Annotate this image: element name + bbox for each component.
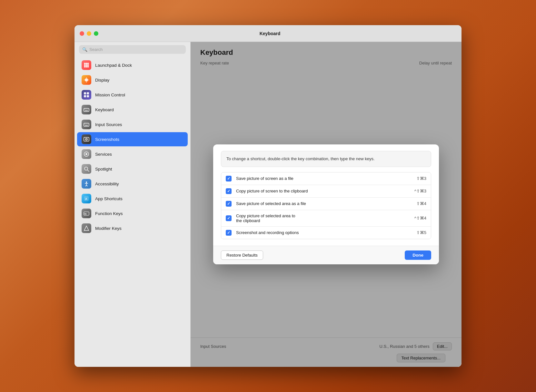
svg-line-36 [87,170,89,172]
svg-point-4 [86,64,87,66]
sidebar-item-mission[interactable]: Mission Control [77,88,188,102]
svg-rect-18 [84,108,89,112]
search-placeholder: Search [89,47,103,52]
checkbox-3[interactable]: ✓ [226,201,232,207]
minimize-button[interactable] [87,31,91,36]
svg-rect-16 [84,95,86,97]
app-shortcuts-icon: A [82,194,91,203]
svg-point-8 [87,66,89,68]
svg-point-2 [87,63,89,64]
keyboard-icon [82,105,91,114]
checkbox-2[interactable]: ✓ [226,188,232,194]
main-content: Keyboard Key repeat rate Delay until rep… [191,42,462,367]
window-title: Keyboard [98,31,442,36]
shortcut-label-2: Copy picture of screen to the clipboard [236,189,414,193]
sidebar-item-label: Display [95,78,109,83]
shortcut-keys-4: ^⇧⌘4 [414,216,426,220]
shortcut-keys-3: ⇧⌘4 [416,201,426,206]
accessibility-icon [82,179,91,189]
launchpad-icon [82,60,91,70]
sidebar-item-appshortcuts[interactable]: A App Shortcuts [77,191,188,206]
shortcut-label-5: Screenshot and recording options [236,230,416,235]
svg-point-9 [85,78,88,82]
checkmark-1: ✓ [227,176,230,181]
svg-point-33 [85,153,87,155]
shortcut-keys-1: ⇧⌘3 [416,176,426,181]
display-icon [82,75,91,85]
mission-control-icon [82,90,91,100]
spotlight-icon [82,164,91,174]
svg-text:fn: fn [84,213,87,215]
sidebar-item-label: App Shortcuts [95,196,123,201]
shortcut-label-1: Save picture of screen as a file [236,176,416,181]
svg-point-7 [86,66,87,68]
sidebar-item-label: Keyboard [95,107,114,112]
checkmark-2: ✓ [227,189,230,193]
checkmark-3: ✓ [227,201,230,206]
checkmark-4: ✓ [227,216,230,220]
sidebar-item-label: Input Sources [95,122,122,127]
shortcut-item-5[interactable]: ✓ Screenshot and recording options ⇧⌘5 [221,227,431,239]
svg-rect-17 [87,95,89,97]
svg-rect-15 [87,92,89,94]
sidebar-item-label: Spotlight [95,167,112,172]
shortcut-label-3: Save picture of selected area as a file [236,201,416,206]
sidebar-item-accessibility[interactable]: Accessibility [77,177,188,191]
title-bar: Keyboard [74,25,462,42]
shortcut-list: ✓ Save picture of screen as a file ⇧⌘3 ✓… [221,172,431,239]
checkbox-5[interactable]: ✓ [226,230,232,236]
shortcut-item-1[interactable]: ✓ Save picture of screen as a file ⇧⌘3 [221,172,431,185]
window-body: 🔍 Search La [74,42,462,367]
sidebar-item-fnkeys[interactable]: fn Function Keys [77,206,188,220]
restore-defaults-button[interactable]: Restore Defaults [221,250,263,260]
sidebar-item-launchpad[interactable]: Launchpad & Dock [77,58,188,72]
svg-marker-46 [84,226,89,230]
sidebar-item-label: Mission Control [95,93,125,97]
checkbox-1[interactable]: ✓ [226,176,232,181]
sidebar-item-modifierkeys[interactable]: Modifier Keys [77,221,188,235]
sidebar-item-services[interactable]: Services [77,147,188,161]
checkmark-5: ✓ [227,230,230,235]
shortcut-item-2[interactable]: ✓ Copy picture of screen to the clipboar… [221,185,431,198]
search-bar[interactable]: 🔍 Search [79,45,186,54]
sidebar-item-screenshots[interactable]: Screenshots [77,132,188,146]
svg-rect-14 [84,92,86,94]
shortcut-keys-5: ⇧⌘5 [416,230,426,235]
svg-point-32 [86,139,87,140]
screenshots-icon [82,134,91,144]
svg-line-41 [86,185,87,186]
svg-point-37 [86,181,87,183]
shortcut-item-4[interactable]: ✓ Copy picture of selected area tothe cl… [221,210,431,227]
sidebar-item-keyboard[interactable]: Keyboard [77,103,188,117]
main-window: Keyboard 🔍 Search [74,25,462,367]
modal-footer: Restore Defaults Done [213,246,439,264]
close-button[interactable] [80,31,84,36]
modifier-keys-icon [82,223,91,233]
search-icon: 🔍 [82,47,87,52]
shortcuts-modal: To change a shortcut, double-click the k… [213,144,439,264]
svg-point-5 [87,64,89,66]
svg-point-3 [84,64,86,66]
sidebar-item-input[interactable]: Input Sources [77,117,188,132]
sidebar-item-label: Services [95,152,112,157]
shortcut-keys-2: ^⇧⌘3 [414,189,426,193]
sidebar-item-label: Function Keys [95,211,123,216]
services-icon [82,149,91,159]
window-controls [80,31,98,36]
maximize-button[interactable] [94,31,98,36]
checkbox-4[interactable]: ✓ [226,215,232,221]
sidebar-item-label: Screenshots [95,137,119,142]
modal-overlay: To change a shortcut, double-click the k… [191,42,462,367]
sidebar-item-label: Launchpad & Dock [95,63,132,68]
sidebar: 🔍 Search La [74,42,191,367]
done-button[interactable]: Done [405,250,431,260]
sidebar-item-spotlight[interactable]: Spotlight [77,162,188,176]
svg-point-1 [86,63,87,64]
sidebar-item-display[interactable]: Display [77,73,188,87]
sidebar-item-label: Modifier Keys [95,226,122,231]
shortcut-item-3[interactable]: ✓ Save picture of selected area as a fil… [221,198,431,210]
modal-body: To change a shortcut, double-click the k… [213,144,439,246]
sidebar-item-label: Accessibility [95,181,119,186]
shortcut-label-4: Copy picture of selected area tothe clip… [236,213,414,223]
modal-instruction: To change a shortcut, double-click the k… [221,151,431,167]
